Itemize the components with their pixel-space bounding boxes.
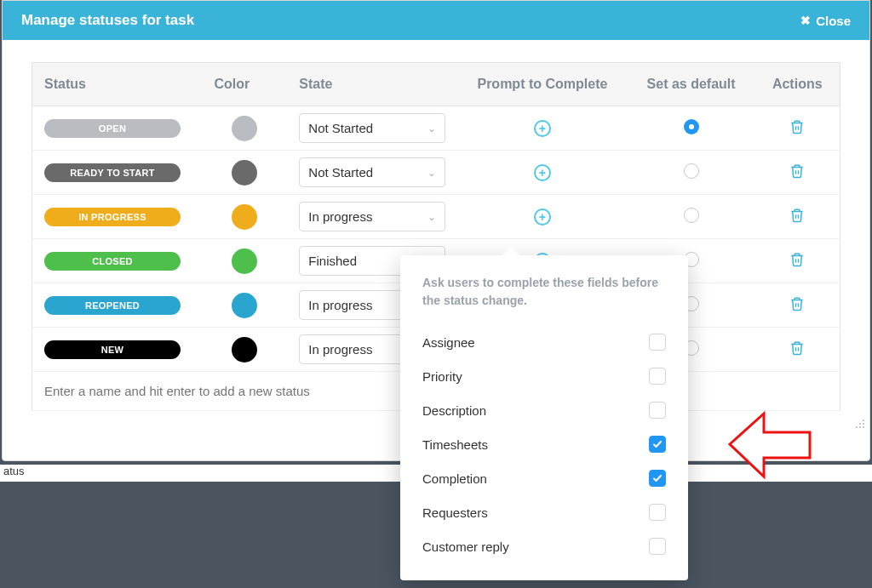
default-radio[interactable] <box>684 208 699 223</box>
prompt-fields-popover: Ask users to complete these fields befor… <box>400 255 688 580</box>
modal-header: Manage statuses for task ✖ Close <box>3 1 869 40</box>
svg-rect-13 <box>859 423 861 425</box>
close-button[interactable]: ✖ Close <box>800 14 851 28</box>
svg-rect-17 <box>863 426 864 428</box>
color-swatch[interactable] <box>232 248 257 274</box>
state-select-value: In progress <box>308 209 372 224</box>
status-pill[interactable]: READY TO START <box>44 163 181 182</box>
table-row: READY TO START Not Started ⌄ + <box>32 151 840 195</box>
status-pill[interactable]: REOPENED <box>44 296 181 315</box>
popover-field-label: Assignee <box>422 335 475 350</box>
chevron-down-icon: ⌄ <box>427 167 436 179</box>
popover-field-item[interactable]: Assignee <box>422 325 666 359</box>
modal-title: Manage statuses for task <box>21 12 194 29</box>
resize-grip[interactable] <box>854 418 866 430</box>
delete-button[interactable] <box>789 207 805 226</box>
delete-button[interactable] <box>789 251 805 271</box>
popover-field-label: Completion <box>422 471 487 486</box>
color-swatch[interactable] <box>232 337 257 363</box>
color-swatch[interactable] <box>232 204 257 230</box>
delete-button[interactable] <box>789 295 805 315</box>
delete-button[interactable] <box>789 340 805 359</box>
svg-rect-14 <box>863 423 864 425</box>
popover-field-label: Priority <box>422 369 462 384</box>
status-pill[interactable]: OPEN <box>44 119 181 138</box>
col-header-prompt: Prompt to Complete <box>457 63 628 106</box>
col-header-default: Set as default <box>628 63 755 106</box>
state-select[interactable]: Not Started ⌄ <box>299 157 445 187</box>
default-radio[interactable] <box>684 163 699 179</box>
popover-field-label: Description <box>422 403 486 418</box>
svg-rect-15 <box>856 426 858 428</box>
popover-field-list: Assignee Priority Description Timesheets… <box>400 318 688 580</box>
state-select[interactable]: Not Started ⌄ <box>299 113 445 143</box>
prompt-add-button[interactable]: + <box>534 208 551 225</box>
popover-field-label: Requesters <box>422 505 488 520</box>
col-header-actions: Actions <box>755 63 840 106</box>
svg-rect-12 <box>863 420 864 421</box>
delete-button[interactable] <box>789 163 805 182</box>
popover-field-checkbox[interactable] <box>649 504 666 521</box>
state-select-value: Not Started <box>308 165 373 180</box>
state-select-value: Not Started <box>308 121 373 135</box>
close-label: Close <box>816 14 851 28</box>
color-swatch[interactable] <box>232 293 257 318</box>
state-select-value: Finished <box>308 254 357 268</box>
popover-field-item[interactable]: Timesheets <box>422 427 666 461</box>
popover-field-item[interactable]: Priority <box>422 359 666 393</box>
popover-field-checkbox[interactable] <box>649 368 666 385</box>
table-row: OPEN Not Started ⌄ + <box>32 106 840 151</box>
popover-field-checkbox[interactable] <box>649 436 666 453</box>
popover-field-item[interactable]: Description <box>422 393 666 427</box>
color-swatch[interactable] <box>232 116 257 141</box>
popover-field-checkbox[interactable] <box>649 334 666 351</box>
col-header-color: Color <box>202 63 287 106</box>
close-icon: ✖ <box>800 14 811 27</box>
popover-field-item[interactable]: Customer reply <box>422 529 666 563</box>
col-header-status: Status <box>32 63 203 106</box>
popover-field-label: Timesheets <box>422 437 488 452</box>
status-pill[interactable]: IN PROGRESS <box>44 208 181 226</box>
table-row: IN PROGRESS In progress ⌄ + <box>32 195 840 239</box>
popover-field-item[interactable]: Completion <box>422 461 666 495</box>
status-pill[interactable]: CLOSED <box>44 252 181 271</box>
state-select-value: In progress <box>308 298 372 312</box>
prompt-add-button[interactable]: + <box>534 164 551 181</box>
col-header-state: State <box>287 63 457 106</box>
popover-field-checkbox[interactable] <box>649 470 666 487</box>
popover-field-label: Customer reply <box>422 539 509 554</box>
chevron-down-icon: ⌄ <box>427 211 436 223</box>
popover-field-checkbox[interactable] <box>649 402 666 419</box>
status-pill[interactable]: NEW <box>44 340 181 359</box>
popover-description: Ask users to complete these fields befor… <box>400 255 688 318</box>
popover-field-checkbox[interactable] <box>649 538 666 555</box>
svg-rect-16 <box>859 426 861 428</box>
state-select[interactable]: In progress ⌄ <box>299 202 445 231</box>
popover-field-item[interactable]: Requesters <box>422 495 666 529</box>
default-radio[interactable] <box>684 119 699 134</box>
annotation-arrow <box>728 408 813 484</box>
state-select-value: In progress <box>308 342 372 357</box>
delete-button[interactable] <box>789 118 805 138</box>
prompt-add-button[interactable]: + <box>534 120 551 137</box>
chevron-down-icon: ⌄ <box>427 123 436 134</box>
color-swatch[interactable] <box>232 160 257 186</box>
